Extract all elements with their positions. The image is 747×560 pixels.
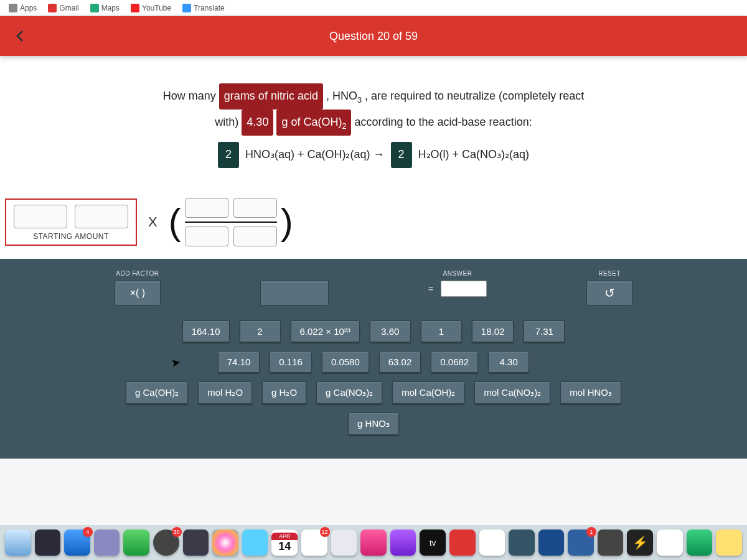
starting-unit-slot[interactable] bbox=[75, 205, 128, 228]
tile[interactable]: mol Ca(NO₃)₂ bbox=[474, 381, 550, 404]
app-icon[interactable]: 30 bbox=[153, 530, 179, 556]
back-button[interactable] bbox=[0, 16, 41, 56]
music-icon[interactable] bbox=[360, 530, 387, 556]
tile[interactable]: 6.022 × 10²³ bbox=[291, 320, 360, 342]
app-icon[interactable] bbox=[331, 530, 357, 556]
finder-icon[interactable] bbox=[5, 530, 31, 556]
app-icon[interactable] bbox=[479, 530, 505, 556]
maps-icon bbox=[90, 4, 99, 12]
question-content: How many grams of nitric acid , HNO3 , a… bbox=[0, 56, 747, 190]
bookmark-apps[interactable]: Apps bbox=[9, 4, 37, 12]
app-icon[interactable] bbox=[509, 530, 535, 556]
answer-panel: ADD FACTOR ×( ) ANSWER = RESET ↺ 164.10 … bbox=[0, 259, 747, 459]
facetime-icon[interactable] bbox=[687, 530, 713, 556]
answer-tool[interactable]: ANSWER = bbox=[428, 270, 487, 306]
chevron-left-icon bbox=[13, 29, 28, 44]
tile[interactable]: g H₂O bbox=[262, 381, 306, 404]
tiles-row-3: g Ca(OH)₂ mol H₂O g H₂O g Ca(NO₃)₂ mol C… bbox=[11, 381, 736, 404]
tile[interactable]: 63.02 bbox=[379, 351, 421, 373]
tv-icon[interactable]: tv bbox=[420, 530, 446, 556]
settings-icon[interactable] bbox=[598, 530, 624, 556]
starting-amount-group[interactable]: STARTING AMOUNT bbox=[5, 198, 137, 246]
text: How many bbox=[163, 90, 219, 102]
blank-box[interactable] bbox=[260, 281, 329, 306]
tiles-row-2: 74.10 0.116 0.0580 63.02 0.0682 4.30 bbox=[11, 351, 736, 373]
bluetooth-icon[interactable]: ⚡ bbox=[627, 530, 653, 556]
tile[interactable]: 4.30 bbox=[488, 351, 529, 373]
coefficient-1: 2 bbox=[218, 142, 239, 168]
messages-icon[interactable] bbox=[123, 530, 149, 556]
safari-icon[interactable]: 4 bbox=[64, 530, 90, 556]
tile[interactable]: 7.31 bbox=[524, 320, 565, 342]
denom-value-slot[interactable] bbox=[185, 226, 228, 246]
tile[interactable]: g Ca(OH)₂ bbox=[126, 381, 188, 404]
badge-icon: 1 bbox=[586, 527, 596, 537]
podcasts-icon[interactable] bbox=[390, 530, 416, 556]
photos-icon[interactable] bbox=[212, 530, 238, 556]
text: , are required to neutralize (completely… bbox=[365, 90, 584, 102]
badge-icon: 4 bbox=[83, 527, 93, 537]
app-icon[interactable] bbox=[94, 530, 120, 556]
numer-value-slot[interactable] bbox=[185, 198, 228, 218]
coefficient-2: 2 bbox=[391, 142, 412, 168]
tile[interactable]: g HNO₃ bbox=[348, 413, 399, 435]
multiply-symbol: X bbox=[148, 214, 157, 230]
tile[interactable]: 3.60 bbox=[370, 320, 411, 342]
starting-amount-label: STARTING AMOUNT bbox=[33, 232, 109, 241]
conversion-factor: ( ) bbox=[169, 198, 293, 246]
tile[interactable]: 164.10 bbox=[182, 320, 230, 342]
chip-unit: g of Ca(OH)2 bbox=[276, 110, 351, 136]
tile[interactable]: 1 bbox=[421, 320, 462, 342]
launchpad-icon[interactable] bbox=[35, 530, 61, 556]
tile[interactable]: mol HNO₃ bbox=[560, 381, 621, 404]
bookmarks-bar: Apps Gmail Maps YouTube Translate bbox=[0, 0, 747, 16]
app-icon[interactable]: 1 bbox=[568, 530, 594, 556]
header-bar: Question 20 of 59 bbox=[0, 16, 747, 56]
tile[interactable]: 0.116 bbox=[270, 351, 312, 373]
gmail-icon bbox=[48, 4, 57, 12]
blank-tool bbox=[260, 270, 329, 306]
reset-button[interactable]: ↺ bbox=[586, 281, 632, 306]
tiles-row-1: 164.10 2 6.022 × 10²³ 3.60 1 18.02 7.31 bbox=[11, 320, 736, 342]
tile[interactable]: mol H₂O bbox=[198, 381, 252, 404]
reminders-icon[interactable]: 12 bbox=[301, 530, 327, 556]
chrome-icon[interactable] bbox=[657, 530, 683, 556]
bookmark-translate[interactable]: Translate bbox=[182, 4, 225, 12]
text: according to the acid-base reaction: bbox=[354, 116, 532, 128]
work-area: STARTING AMOUNT X ( ) bbox=[0, 190, 747, 259]
numer-unit-slot[interactable] bbox=[233, 198, 277, 218]
bookmark-youtube[interactable]: YouTube bbox=[131, 4, 171, 12]
translate-icon bbox=[182, 4, 191, 12]
calendar-icon[interactable]: APR14 bbox=[271, 530, 298, 556]
equation-text: HNO₃(aq) + Ca(OH)₂(aq) → bbox=[245, 148, 385, 161]
tile[interactable]: 2 bbox=[240, 320, 281, 342]
tile[interactable]: 74.10 bbox=[218, 351, 260, 373]
bookmark-maps[interactable]: Maps bbox=[90, 4, 120, 12]
app-icon[interactable] bbox=[242, 530, 268, 556]
text: , HNO bbox=[326, 90, 357, 102]
add-factor-button[interactable]: ×( ) bbox=[115, 281, 161, 306]
text: with) bbox=[215, 116, 242, 128]
app-icon[interactable] bbox=[449, 530, 476, 556]
equation-text: H₂O(l) + Ca(NO₃)₂(aq) bbox=[418, 148, 530, 161]
tile[interactable]: 0.0580 bbox=[322, 351, 369, 373]
add-factor-tool[interactable]: ADD FACTOR ×( ) bbox=[115, 270, 161, 306]
tile[interactable]: 0.0682 bbox=[431, 351, 478, 373]
app-icon[interactable] bbox=[183, 530, 209, 556]
tile[interactable]: 18.02 bbox=[472, 320, 514, 342]
badge-icon: 30 bbox=[172, 527, 182, 537]
starting-value-slot[interactable] bbox=[14, 205, 67, 228]
tile[interactable]: g Ca(NO₃)₂ bbox=[316, 381, 382, 404]
chip-mass: 4.30 bbox=[242, 110, 273, 136]
answer-label: ANSWER bbox=[443, 270, 472, 277]
bookmark-gmail[interactable]: Gmail bbox=[48, 4, 78, 12]
question-counter: Question 20 of 59 bbox=[329, 30, 418, 43]
app-icon[interactable] bbox=[538, 530, 565, 556]
youtube-icon bbox=[131, 4, 139, 12]
fraction-bar bbox=[185, 222, 277, 223]
answer-slot[interactable] bbox=[441, 281, 487, 297]
tile[interactable]: mol Ca(OH)₂ bbox=[392, 381, 464, 404]
denom-unit-slot[interactable] bbox=[233, 226, 277, 246]
reset-tool[interactable]: RESET ↺ bbox=[586, 270, 632, 306]
notes-icon[interactable] bbox=[716, 530, 742, 556]
